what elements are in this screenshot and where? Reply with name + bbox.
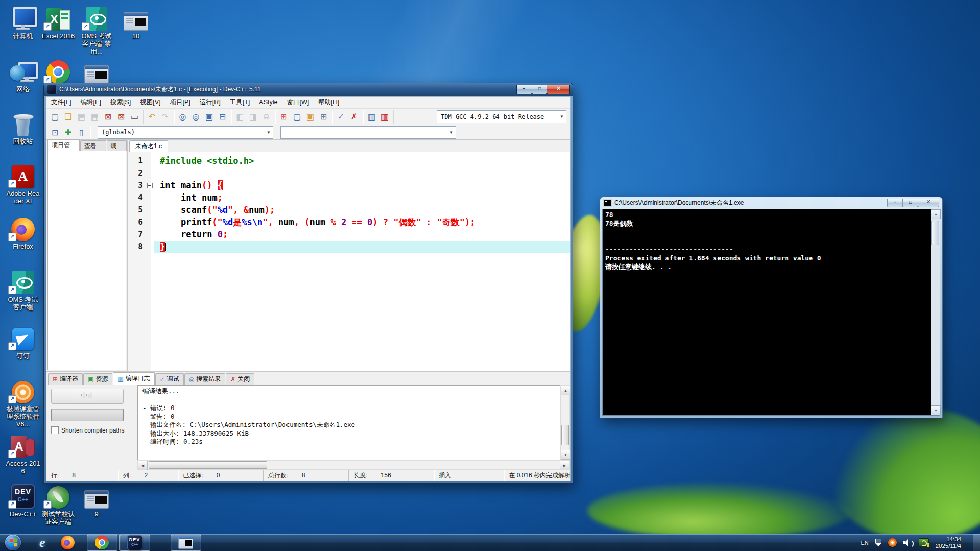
open-project-icon[interactable]: ▢ xyxy=(291,110,303,123)
code-text[interactable]: printf("%d是%s\n", num, (num % 2 == 0) ? … xyxy=(154,216,570,228)
find-icon[interactable]: ◎ xyxy=(176,110,189,123)
compile-log[interactable]: 编译结果...--------- 错误: 0- 警告: 0- 输出文件名: C:… xyxy=(137,385,560,460)
profile-analysis-icon[interactable]: ▥ xyxy=(365,110,378,123)
save-file-icon[interactable]: ▦ xyxy=(75,110,88,123)
panel-tab[interactable]: 查看类 xyxy=(80,140,106,151)
panel-tab[interactable]: 调试 xyxy=(107,140,127,151)
maximize-button[interactable]: ▫ xyxy=(902,199,918,207)
hidden-icons-button[interactable] xyxy=(875,539,881,546)
abort-compilation-icon[interactable]: ✗ xyxy=(348,110,361,123)
menu-item[interactable]: 搜索[S] xyxy=(106,97,135,108)
menu-item[interactable]: 工具[T] xyxy=(225,97,255,108)
bottom-tab[interactable]: ✗关闭 xyxy=(226,373,254,385)
desktop-icon-network[interactable]: 网络 xyxy=(5,57,41,93)
desktop-icon-oms-disabled[interactable]: ↗OMS 考试客户端-禁用... xyxy=(79,4,114,55)
code-text[interactable]: #include <stdio.h> xyxy=(154,155,570,167)
menu-item[interactable]: 文件[F] xyxy=(46,97,76,108)
redo-icon[interactable]: ↷ xyxy=(159,110,172,123)
close-all-icon[interactable]: ⊠ xyxy=(115,110,128,123)
code-editor[interactable]: 1#include <stdio.h>23int main() {4 int n… xyxy=(128,152,570,371)
new-file-icon[interactable]: ▢ xyxy=(49,110,61,123)
code-text[interactable]: } xyxy=(154,241,570,253)
syntax-check-icon[interactable]: ✓ xyxy=(334,110,347,123)
bottom-tab[interactable]: ◎搜索结果 xyxy=(184,373,225,385)
bottom-tab[interactable]: ▥编译日志 xyxy=(113,372,154,385)
volume-icon[interactable] xyxy=(903,539,912,546)
code-text[interactable]: int num; xyxy=(154,191,570,204)
close-file-icon[interactable]: ⊠ xyxy=(102,110,114,123)
devcpp-titlebar[interactable]: C:\Users\Administrator\Documents\未命名1.c … xyxy=(44,83,573,96)
menu-item[interactable]: AStyle xyxy=(254,97,282,108)
language-indicator[interactable]: EN xyxy=(861,540,868,546)
scroll-down-icon[interactable]: ▼ xyxy=(561,450,570,460)
project-manager-icon[interactable]: ⊞ xyxy=(317,110,330,123)
desktop-icon-oms-client[interactable]: ↗OMS 考试客户端 xyxy=(5,268,41,311)
menu-item[interactable]: 项目[P] xyxy=(165,97,195,108)
code-line[interactable]: 3int main() { xyxy=(128,179,570,191)
code-line[interactable]: 2 xyxy=(128,167,570,179)
compiler-select[interactable]: TDM-GCC 4.9.2 64-bit Release ▼ xyxy=(437,110,566,123)
code-line[interactable]: 6 printf("%d是%s\n", num, (num % 2 == 0) … xyxy=(128,216,570,228)
compile-icon[interactable]: ◧ xyxy=(233,110,246,123)
desktop-icon-adobe-reader[interactable]: A↗Adobe Reader XI xyxy=(5,161,41,205)
fold-marker[interactable] xyxy=(146,179,154,191)
find-next-icon[interactable]: ◎ xyxy=(189,110,202,123)
console-scrollbar[interactable]: ▲ ▼ xyxy=(931,209,940,415)
code-line[interactable]: 1#include <stdio.h> xyxy=(128,155,570,167)
panel-tab[interactable]: 项目管理 xyxy=(47,139,80,151)
abort-button[interactable]: 中止 xyxy=(51,389,124,404)
editor-tab-active[interactable]: 未命名1.c xyxy=(129,140,168,152)
log-vertical-scrollbar[interactable]: ▲ ▼ xyxy=(560,385,570,460)
menu-item[interactable]: 视图[V] xyxy=(135,97,165,108)
bottom-tab[interactable]: ▣资源 xyxy=(83,373,112,385)
chevron-down-icon[interactable]: ▼ xyxy=(558,114,566,119)
project-options-icon[interactable]: ▣ xyxy=(304,110,317,123)
jiyu-tray-icon[interactable] xyxy=(888,538,897,547)
desktop-icon-dingtalk[interactable]: ↗钉钉 xyxy=(5,324,41,360)
code-text[interactable]: return 0; xyxy=(154,228,570,241)
chevron-down-icon[interactable]: ▼ xyxy=(265,130,273,135)
save-all-icon[interactable]: ▦ xyxy=(88,110,101,123)
scroll-up-icon[interactable]: ▲ xyxy=(931,209,941,219)
code-line[interactable]: 7 return 0; xyxy=(128,228,570,241)
menu-item[interactable]: 运行[R] xyxy=(195,97,225,108)
desktop-icon-computer[interactable]: 计算机 xyxy=(5,4,41,40)
bottom-tab[interactable]: ⊞编译器 xyxy=(48,373,83,385)
members-select[interactable]: ▼ xyxy=(280,126,456,139)
add-watch-icon[interactable]: ✚ xyxy=(62,126,75,139)
taskbar-console[interactable] xyxy=(171,534,201,551)
menu-item[interactable]: 窗口[W] xyxy=(282,97,314,108)
new-project-icon[interactable]: ⊞ xyxy=(277,110,290,123)
desktop-icon-screenshot-10[interactable]: 10 xyxy=(118,4,154,40)
nvidia-tray-icon[interactable] xyxy=(919,538,929,547)
globals-select[interactable]: (globals) ▼ xyxy=(98,126,273,139)
project-tree[interactable] xyxy=(47,151,126,370)
desktop-icon-jiyu[interactable]: ↗极域课堂管理系统软件V6... xyxy=(5,377,41,428)
code-text[interactable] xyxy=(154,167,570,179)
show-desktop-button[interactable] xyxy=(973,534,980,551)
taskbar-ie[interactable]: e xyxy=(39,535,45,550)
desktop-icon-chrome[interactable]: ↗ xyxy=(40,57,76,84)
desktop-icon-devcpp[interactable]: DEVC++↗Dev-C++ xyxy=(5,482,41,518)
bottom-tab[interactable]: ✓调试 xyxy=(155,373,184,385)
desktop-icon-school-cert[interactable]: ↗测试学校认证客户端 xyxy=(40,482,76,525)
compile-run-icon[interactable]: ⊜ xyxy=(260,110,273,123)
minimize-button[interactable]: – xyxy=(887,199,903,207)
undo-icon[interactable]: ↶ xyxy=(146,110,158,123)
replace-icon[interactable]: ▣ xyxy=(203,110,216,123)
code-line[interactable]: 4 int num; xyxy=(128,191,570,204)
taskbar-chrome[interactable] xyxy=(87,534,117,551)
start-button[interactable] xyxy=(0,535,21,550)
desktop-icon-recycle-bin[interactable]: 回收站 xyxy=(5,109,41,145)
run-icon[interactable]: ◨ xyxy=(247,110,259,123)
desktop-icon-excel[interactable]: X↗Excel 2016 xyxy=(40,4,76,40)
minimize-button[interactable]: – xyxy=(516,85,532,94)
shorten-paths-checkbox[interactable] xyxy=(51,426,59,434)
close-button[interactable]: ✕ xyxy=(547,85,570,94)
code-text[interactable]: int main() { xyxy=(154,179,570,191)
scrollbar-thumb[interactable] xyxy=(931,221,939,245)
taskbar-devcpp[interactable]: DEVC++ xyxy=(119,534,150,551)
view-item-icon[interactable]: ▯ xyxy=(75,126,88,139)
scroll-up-icon[interactable]: ▲ xyxy=(561,386,570,395)
close-button[interactable]: ✕ xyxy=(918,199,939,207)
